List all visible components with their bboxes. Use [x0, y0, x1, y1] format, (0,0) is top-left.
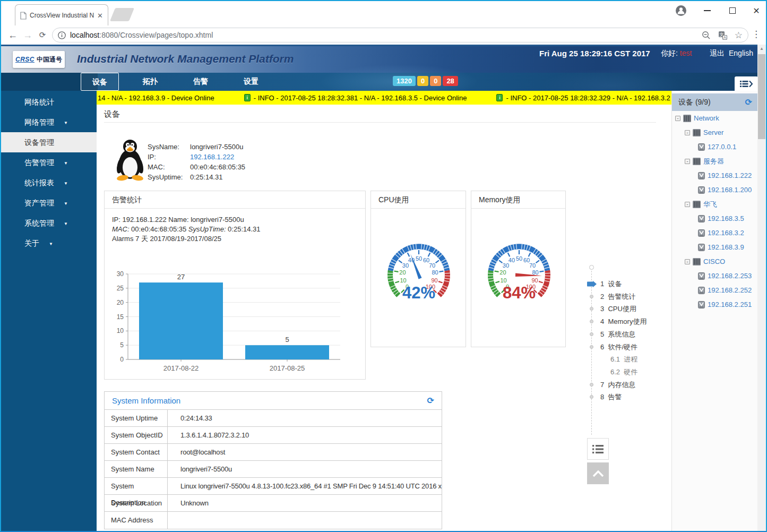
- tree-collapse-icon[interactable]: -: [685, 259, 690, 264]
- browser-menu-icon[interactable]: ⋮: [752, 29, 761, 40]
- tree-node-192.168.1.222[interactable]: 192.168.1.222: [672, 168, 757, 183]
- sysinfo-label: System Description: [105, 478, 168, 494]
- maximize-button[interactable]: [725, 4, 740, 17]
- nav-tab-设备[interactable]: 设备: [81, 73, 119, 91]
- sidebar-item-关于[interactable]: 关于▼: [1, 233, 97, 253]
- timeline-top-dot: [589, 265, 594, 270]
- page-info-icon[interactable]: [58, 31, 66, 39]
- nav-tabs: 设备拓扑告警设置: [81, 73, 282, 91]
- scrollbar-up-arrow[interactable]: ▲: [757, 45, 766, 53]
- severity-badge[interactable]: 1320: [393, 76, 416, 86]
- severity-badge[interactable]: 28: [443, 76, 458, 86]
- tree-refresh-icon[interactable]: ⟳: [745, 93, 752, 111]
- translate-icon[interactable]: 文A: [718, 31, 727, 40]
- bookmark-star-icon[interactable]: ☆: [735, 30, 743, 41]
- svg-text:30: 30: [117, 270, 124, 278]
- tree-node-127.0.0.1[interactable]: 127.0.0.1: [672, 140, 757, 154]
- browser-tab[interactable]: CrossView Industrial N ✕: [15, 4, 108, 26]
- new-tab-button[interactable]: [110, 8, 134, 21]
- alarm-panel-title: 告警统计: [105, 191, 365, 209]
- zoom-out-icon[interactable]: [702, 31, 711, 40]
- memory-panel-title: Memory使用: [471, 191, 565, 209]
- tree-node-CISCO[interactable]: -CISCO: [672, 254, 757, 269]
- tree-node-192.168.2.251[interactable]: 192.168.2.251: [672, 297, 757, 312]
- page-nav-item-8[interactable]: 8 告警: [585, 391, 676, 403]
- url-path: :8080/Crossview/pages/topo.xhtml: [99, 31, 213, 39]
- sysinfo-row: System Uptime0:24:14.33: [105, 410, 442, 427]
- tree-node-Network[interactable]: -Network: [672, 111, 757, 125]
- page-nav-item-3[interactable]: 3 CPU使用: [585, 303, 676, 315]
- severity-badge[interactable]: 0: [417, 76, 428, 86]
- close-button[interactable]: ✕: [748, 4, 764, 17]
- page-nav-item-6.1[interactable]: 6.1 进程: [585, 353, 676, 365]
- back-icon[interactable]: ←: [5, 28, 20, 42]
- page-nav-item-6[interactable]: 6 软件/硬件: [585, 341, 676, 353]
- profile-icon[interactable]: [673, 4, 689, 17]
- sidebar-item-设备管理[interactable]: 设备管理: [1, 132, 97, 152]
- tree-node-192.168.1.200[interactable]: 192.168.1.200: [672, 183, 757, 197]
- scroll-to-top-button[interactable]: [587, 462, 609, 484]
- device-icon: [698, 244, 705, 251]
- sidebar-item-告警管理[interactable]: 告警管理▼: [1, 152, 97, 173]
- minimize-button[interactable]: [699, 4, 715, 17]
- tree-node-192.168.3.2[interactable]: 192.168.3.2: [672, 226, 757, 240]
- caret-down-icon: ▼: [64, 161, 68, 166]
- tree-node-192.168.2.252[interactable]: 192.168.2.252: [672, 283, 757, 297]
- collapse-panel-button[interactable]: [735, 76, 758, 91]
- alarm-bar-chart: 051015202530272017-08-2252017-08-25: [110, 265, 354, 378]
- tree-collapse-icon[interactable]: -: [685, 202, 690, 207]
- tree-node-192.168.3.9[interactable]: 192.168.3.9: [672, 240, 757, 254]
- device-field-value[interactable]: 192.168.1.222: [190, 153, 234, 161]
- svg-text:80: 80: [532, 269, 538, 276]
- severity-badge[interactable]: 0: [430, 76, 441, 86]
- scrollbar-thumb[interactable]: [758, 54, 765, 139]
- system-information-panel: System Information ⟳ System Uptime0:24:1…: [104, 391, 442, 529]
- tree-node-Server[interactable]: -Server: [672, 125, 757, 140]
- reload-icon[interactable]: ⟳: [35, 28, 50, 42]
- sidebar-item-网络统计[interactable]: 网络统计: [1, 92, 97, 112]
- page-nav-item-1[interactable]: 1 设备: [585, 278, 676, 290]
- info-icon: i: [244, 94, 251, 101]
- nav-tab-告警[interactable]: 告警: [182, 73, 220, 91]
- nav-tab-设置[interactable]: 设置: [232, 73, 270, 91]
- tree-collapse-icon[interactable]: -: [675, 116, 680, 121]
- logout-link[interactable]: 退出: [710, 49, 725, 58]
- forward-icon[interactable]: →: [20, 28, 35, 42]
- svg-text:70: 70: [429, 262, 435, 269]
- page-nav-item-7[interactable]: 7 内存信息: [585, 379, 676, 391]
- tab-close-icon[interactable]: ✕: [97, 12, 103, 20]
- svg-text:2017-08-25: 2017-08-25: [270, 364, 305, 372]
- sidebar-item-网络管理[interactable]: 网络管理▼: [1, 112, 97, 132]
- language-link[interactable]: English: [729, 49, 753, 57]
- refresh-icon[interactable]: ⟳: [427, 392, 434, 410]
- page-nav-item-2[interactable]: 2 告警统计: [585, 290, 676, 303]
- svg-text:10: 10: [400, 277, 406, 284]
- svg-text:15: 15: [117, 313, 124, 321]
- sidebar-item-统计报表[interactable]: 统计报表▼: [1, 173, 97, 193]
- tree-node-192.168.2.253[interactable]: 192.168.2.253: [672, 269, 757, 283]
- page-scrollbar[interactable]: ▲: [757, 45, 766, 531]
- page-nav-item-4[interactable]: 4 Memory使用: [585, 315, 676, 328]
- section-list-button[interactable]: [587, 438, 609, 460]
- address-bar[interactable]: localhost:8080/Crossview/pages/topo.xhtm…: [52, 28, 748, 42]
- tree-node-192.168.3.5[interactable]: 192.168.3.5: [672, 211, 757, 226]
- sidebar-item-系统管理[interactable]: 系统管理▼: [1, 213, 97, 233]
- alarm-line-2: MAC: 00:e0:4c:68:05:35 SysUpTime: 0:25:1…: [112, 225, 358, 234]
- tree-collapse-icon[interactable]: -: [685, 159, 690, 164]
- caret-down-icon: ▼: [49, 242, 53, 246]
- device-field-value: 0:25:14.31: [190, 173, 222, 181]
- device-tree-panel: 设备 (9/9) ⟳ -Network-Server127.0.0.1-服务器1…: [671, 91, 757, 532]
- page-nav-item-6.2[interactable]: 6.2 硬件: [585, 366, 676, 378]
- section-dot: [590, 307, 593, 311]
- sidebar-item-资产管理[interactable]: 资产管理▼: [1, 193, 97, 213]
- section-dot: [590, 395, 593, 399]
- section-dot: [590, 320, 593, 323]
- tree-node-华飞[interactable]: -华飞: [672, 197, 757, 211]
- tree-node-服务器[interactable]: -服务器: [672, 154, 757, 168]
- device-icon: [698, 186, 705, 194]
- page-nav-item-5[interactable]: 5 系统信息: [585, 328, 676, 340]
- tree-collapse-icon[interactable]: -: [685, 130, 690, 135]
- tux-penguin-image: [114, 139, 146, 181]
- alarm-statistics-panel: 告警统计 IP: 192.168.1.222 Name: longriveri7…: [104, 191, 366, 380]
- nav-tab-拓扑[interactable]: 拓扑: [131, 73, 169, 91]
